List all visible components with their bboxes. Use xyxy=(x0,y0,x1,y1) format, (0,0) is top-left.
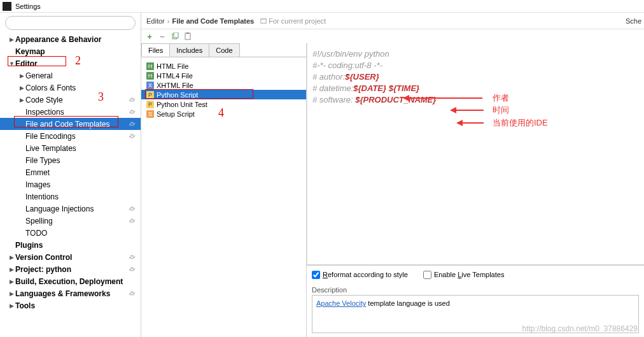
sidebar-item-appearance-behavior[interactable]: ▶Appearance & Behavior xyxy=(0,33,141,45)
svg-rect-6 xyxy=(185,33,190,39)
file-icon: S xyxy=(146,110,154,118)
sidebar-item-label: Intentions xyxy=(25,192,59,201)
sidebar-item-label: Appearance & Behavior xyxy=(15,35,101,44)
sidebar-item-editor[interactable]: ▼Editor xyxy=(0,57,141,69)
template-item-html4-file[interactable]: HHTML4 File xyxy=(141,71,306,80)
template-item-setup-script[interactable]: SSetup Script xyxy=(141,109,306,118)
annotation-author: 作者 xyxy=(493,92,509,104)
gear-icon: ⛮ xyxy=(129,108,136,115)
sidebar-item-colors-fonts[interactable]: ▶Colors & Fonts xyxy=(0,82,141,94)
paste-button[interactable] xyxy=(183,32,192,41)
breadcrumb-sep: › xyxy=(167,17,170,25)
tab-code[interactable]: Code xyxy=(209,43,239,57)
svg-rect-7 xyxy=(186,32,189,34)
sidebar-item-keymap[interactable]: Keymap xyxy=(0,45,141,57)
tree-arrow-icon: ▶ xyxy=(9,303,14,309)
sidebar-item-spelling[interactable]: Spelling⛮ xyxy=(0,215,141,227)
annotation-time: 时间 xyxy=(493,104,509,116)
file-icon: P xyxy=(146,101,154,108)
gear-icon: ⛮ xyxy=(129,120,136,127)
gear-icon: ⛮ xyxy=(129,254,136,261)
sidebar-item-label: Build, Execution, Deployment xyxy=(15,277,123,286)
template-item-python-script[interactable]: PPython Script xyxy=(141,90,306,99)
copy-button[interactable] xyxy=(171,32,179,41)
sidebar-item-general[interactable]: ▶General xyxy=(0,69,141,82)
sidebar-item-languages-frameworks[interactable]: ▶Languages & Frameworks⛮ xyxy=(0,287,141,299)
sidebar-item-images[interactable]: Images xyxy=(0,178,141,190)
sidebar-item-label: Code Style xyxy=(25,96,63,104)
sidebar-item-project-python[interactable]: ▶Project: python⛮ xyxy=(0,263,141,275)
sidebar-item-build-execution-deployment[interactable]: ▶Build, Execution, Deployment xyxy=(0,275,141,287)
reformat-checkbox[interactable]: Reformat according to style xyxy=(312,271,408,279)
tree-arrow-icon: ▶ xyxy=(9,290,14,297)
add-button[interactable]: + xyxy=(145,32,154,41)
template-item-html-file[interactable]: HHTML File xyxy=(141,61,306,71)
breadcrumb: Editor › File and Code Templates For cur… xyxy=(141,13,644,29)
sidebar-item-label: Images xyxy=(25,180,50,189)
template-editor[interactable]: #!/usr/bin/env python #-*- coding:utf-8 … xyxy=(307,43,644,264)
sidebar-item-emmet[interactable]: Emmet xyxy=(0,166,141,178)
annotation-arrow-time xyxy=(453,110,484,111)
tree-arrow-icon: ▶ xyxy=(9,266,14,273)
sidebar-item-label: Inspections xyxy=(25,108,64,117)
sidebar-item-label: Languages & Frameworks xyxy=(15,289,110,298)
remove-button[interactable]: − xyxy=(158,32,167,41)
tab-includes[interactable]: Includes xyxy=(169,43,209,57)
sidebar-item-file-types[interactable]: File Types xyxy=(0,154,141,166)
sidebar-item-label: General xyxy=(25,71,53,80)
breadcrumb-scope: For current project xyxy=(269,17,326,25)
svg-rect-3 xyxy=(261,18,266,20)
sidebar-item-code-style[interactable]: ▶Code Style⛮ xyxy=(0,94,141,106)
sidebar-item-label: TODO xyxy=(25,229,47,238)
template-item-label: Setup Script xyxy=(157,110,195,118)
gear-icon: ⛮ xyxy=(129,133,136,140)
sidebar-item-tools[interactable]: ▶Tools xyxy=(0,299,141,312)
tree-arrow-icon: ▶ xyxy=(19,97,24,103)
tree-arrow-icon: ▶ xyxy=(9,278,14,285)
sidebar-item-label: Colors & Fonts xyxy=(25,83,76,92)
sidebar-item-label: File Types xyxy=(25,156,60,165)
template-item-label: Python Script xyxy=(157,91,198,99)
tab-files[interactable]: Files xyxy=(141,43,170,57)
gear-icon: ⛮ xyxy=(129,266,136,273)
sidebar-item-file-encodings[interactable]: File Encodings⛮ xyxy=(0,130,141,142)
gear-icon: ⛮ xyxy=(129,290,136,297)
sidebar-item-inspections[interactable]: Inspections⛮ xyxy=(0,106,141,118)
template-item-label: HTML4 File xyxy=(157,72,193,80)
sidebar-item-intentions[interactable]: Intentions xyxy=(0,190,141,203)
tree-arrow-icon: ▶ xyxy=(9,36,14,43)
app-icon xyxy=(3,2,11,11)
window-title: Settings xyxy=(15,3,41,10)
sidebar-item-version-control[interactable]: ▶Version Control⛮ xyxy=(0,251,141,263)
sidebar-item-todo[interactable]: TODO xyxy=(0,227,141,239)
file-icon: H xyxy=(146,62,154,70)
sidebar-item-label: File and Code Templates xyxy=(25,120,110,129)
svg-rect-5 xyxy=(174,32,178,38)
gear-icon: ⛮ xyxy=(129,205,136,212)
sidebar-item-label: Language Injections xyxy=(25,204,94,213)
sidebar-item-label: Plugins xyxy=(15,241,43,250)
scheme-label: Sche xyxy=(626,17,641,25)
template-item-label: HTML File xyxy=(157,62,188,70)
breadcrumb-root[interactable]: Editor xyxy=(146,17,165,25)
settings-tree: ▶Appearance & BehaviorKeymap▼Editor▶Gene… xyxy=(0,33,141,337)
sidebar-item-label: Keymap xyxy=(15,47,45,56)
template-item-python-unit-test[interactable]: PPython Unit Test xyxy=(141,99,306,109)
sidebar-item-live-templates[interactable]: Live Templates xyxy=(0,142,141,154)
tree-arrow-icon: ▼ xyxy=(9,61,14,67)
breadcrumb-current: File and Code Templates xyxy=(172,17,254,25)
template-item-xhtml-file[interactable]: XXHTML File xyxy=(141,80,306,90)
template-list: HHTML FileHHTML4 FileXXHTML FilePPython … xyxy=(141,57,306,337)
sidebar-item-label: Tools xyxy=(15,301,35,310)
sidebar-item-file-and-code-templates[interactable]: File and Code Templates⛮ xyxy=(0,118,141,130)
velocity-link[interactable]: Apache Velocity xyxy=(316,299,366,307)
sidebar-item-plugins[interactable]: Plugins xyxy=(0,239,141,251)
live-templates-checkbox[interactable]: Enable Live Templates xyxy=(423,271,505,279)
sidebar-item-language-injections[interactable]: Language Injections⛮ xyxy=(0,203,141,215)
sidebar-item-label: Live Templates xyxy=(25,144,76,153)
annotation-arrow-author xyxy=(406,97,482,99)
tree-arrow-icon: ▶ xyxy=(19,73,24,79)
sidebar-item-label: Project: python xyxy=(15,265,71,274)
search-input[interactable] xyxy=(5,16,136,30)
annotation-ide: 当前使用的IDE xyxy=(493,117,548,129)
